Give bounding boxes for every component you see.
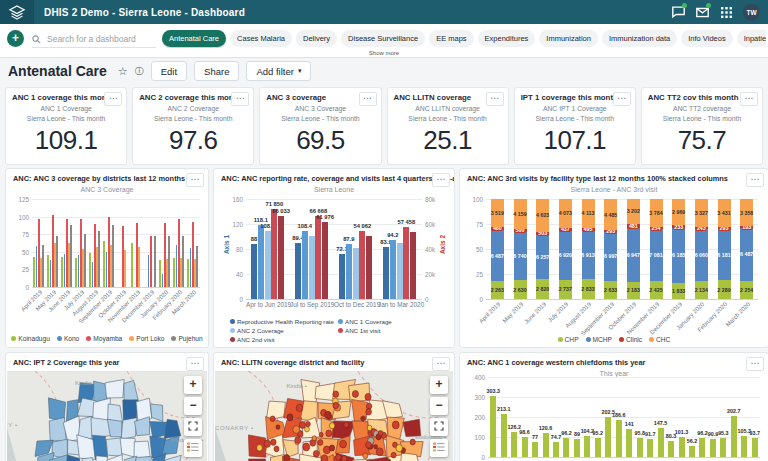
column-bar (410, 232, 416, 299)
dashboard-chip[interactable]: Immunization data (602, 30, 677, 47)
mail-icon[interactable] (695, 6, 709, 19)
share-button[interactable]: Share (194, 61, 239, 81)
dashboard-search[interactable] (32, 31, 156, 48)
info-icon[interactable]: ⓘ (135, 67, 144, 76)
column-bar (302, 231, 308, 299)
metric-card: ANC TT2 cov this month⋯ANC TT2 coverageS… (641, 87, 763, 165)
column-bar (741, 436, 747, 457)
gridline (32, 199, 200, 200)
dhis2-logo-icon[interactable] (0, 0, 34, 24)
more-options-button[interactable]: ⋯ (104, 92, 122, 106)
search-icon (32, 35, 41, 44)
map-canvas[interactable]: Kindia •CONAKRY •FREETOWNKoidougou •Mace… (7, 371, 207, 461)
legend-item[interactable]: CHC (649, 336, 670, 343)
more-options-button[interactable]: ⋯ (746, 173, 764, 187)
dashboard-chip[interactable]: Immunization (539, 30, 598, 47)
column-bar (112, 225, 114, 287)
dashboard-chip[interactable]: Delivery (296, 30, 337, 47)
segment-value-label: 6 913 (581, 252, 594, 258)
map-card: ANC: IPT 2 Coverage this year⋯Kindia •CO… (5, 352, 209, 461)
x-axis-label: Oct to Dec 2019 (334, 301, 378, 308)
new-dashboard-button[interactable]: + (7, 30, 24, 47)
legend-item[interactable]: Reproductive Health Reporting rate (230, 318, 331, 325)
segment-value-label: 2 183 (627, 287, 640, 293)
chart-plot-area: 10075502502 2636 4874803 5192 6306 74050… (486, 199, 758, 299)
map-canvas[interactable]: Kindia •CONAKRY •FREETOWNssidougou •Mace… (215, 371, 453, 461)
user-avatar[interactable]: TW (743, 4, 760, 21)
more-options-button[interactable]: ⋯ (740, 92, 758, 106)
more-options-button[interactable]: ⋯ (359, 92, 377, 106)
legend-item[interactable]: ANC 2 Coverage (230, 327, 331, 334)
show-more-button[interactable]: Show more (0, 50, 768, 56)
legend-button[interactable] (184, 439, 202, 457)
zoom-in-button[interactable]: + (184, 376, 202, 394)
search-input[interactable] (45, 33, 153, 45)
column-bar (271, 209, 277, 299)
map-place-label: Kindia • (286, 383, 306, 389)
column-bar (532, 442, 538, 457)
metric-card: ANC 3 coverage⋯ANC 3 CoverageSierra Leon… (259, 87, 381, 165)
legend-item[interactable]: ANC 1 Coverage (338, 318, 439, 325)
add-filter-button[interactable]: Add filter ▾ (246, 61, 311, 81)
zoom-in-button[interactable]: + (430, 376, 448, 394)
legend-item[interactable]: Kono (57, 335, 79, 342)
axis-tick-label: 0 (425, 296, 429, 303)
legend-dot (649, 337, 654, 342)
axis-tick-label: 100 (472, 196, 483, 203)
legend-item[interactable]: MCHP (586, 336, 612, 343)
column-bar (322, 222, 328, 299)
bar-value-label: 303.3 (481, 388, 505, 394)
chart-title: ANC: ANC reporting rate, coverage and vi… (214, 169, 454, 183)
metric-card-subtitle: ANC IPT 1 CoverageSierra Leone - This mo… (515, 104, 635, 123)
legend-item[interactable]: Moyamba (86, 335, 122, 342)
dashboard-chip[interactable]: Expenditures (478, 30, 536, 47)
axis2-title: Axis 2 (439, 225, 446, 265)
column-bar (403, 227, 409, 299)
messages-icon[interactable] (671, 6, 685, 19)
dashboard-chip[interactable]: Disease Surveillance (341, 30, 425, 47)
app-title: DHIS 2 Demo - Sierra Leone - Dashboard (44, 7, 245, 18)
legend-item[interactable]: CHP (558, 336, 579, 343)
segment-value-label: 6 185 (672, 252, 685, 258)
legend-label: Port Loko (136, 335, 164, 342)
legend-item[interactable]: ANC 1st visit (338, 327, 439, 334)
legend-item[interactable]: Port Loko (129, 335, 164, 342)
more-options-button[interactable]: ⋯ (432, 173, 450, 187)
more-options-button[interactable]: ⋯ (432, 357, 450, 371)
dashboard-chip[interactable]: Inpatient BMI, Weight and Height (737, 30, 766, 47)
dashboard-chip[interactable]: Antenatal Care (162, 30, 226, 47)
column-bar (668, 441, 674, 457)
zoom-out-button[interactable]: − (184, 397, 202, 415)
legend-item[interactable]: ANC 2nd visit (230, 336, 331, 343)
legend-item[interactable]: Pujehun (171, 335, 202, 342)
segment-value-label: 3 431 (717, 210, 730, 216)
apps-icon[interactable] (719, 6, 733, 19)
zoom-out-button[interactable]: − (430, 397, 448, 415)
segment-value-label: 2 820 (536, 286, 549, 292)
column-bar (710, 439, 716, 457)
legend-dot (230, 337, 235, 342)
more-options-button[interactable]: ⋯ (613, 92, 631, 106)
star-icon[interactable]: ☆ (118, 66, 128, 77)
legend-button[interactable] (430, 439, 448, 457)
edit-button[interactable]: Edit (151, 61, 187, 81)
more-options-button[interactable]: ⋯ (231, 92, 249, 106)
chart-plot-area: 1251007550250April 2019May 2019June 2019… (32, 199, 200, 287)
axis-tick-label: 400 (474, 374, 485, 381)
map-geography (7, 371, 207, 461)
more-options-button[interactable]: ⋯ (186, 173, 204, 187)
more-options-button[interactable]: ⋯ (186, 357, 204, 371)
app-header: DHIS 2 Demo - Sierra Leone - Dashboard (0, 0, 768, 24)
dashboard-chip[interactable]: Info Videos (681, 30, 732, 47)
more-options-button[interactable]: ⋯ (746, 357, 764, 371)
segment-value-label: 6 487 (491, 253, 504, 259)
dashboard-chip[interactable]: EE maps (429, 30, 473, 47)
legend-label: Moyamba (93, 335, 122, 342)
dashboard-chip[interactable]: Cases Malaria (230, 30, 292, 47)
legend-item[interactable]: Clinic (619, 336, 642, 343)
fullscreen-button[interactable] (184, 418, 202, 436)
more-options-button[interactable]: ⋯ (486, 92, 504, 106)
fullscreen-button[interactable] (430, 418, 448, 436)
legend-item[interactable]: Koinadugu (11, 335, 50, 342)
segment-value-label: 3 519 (491, 210, 504, 216)
